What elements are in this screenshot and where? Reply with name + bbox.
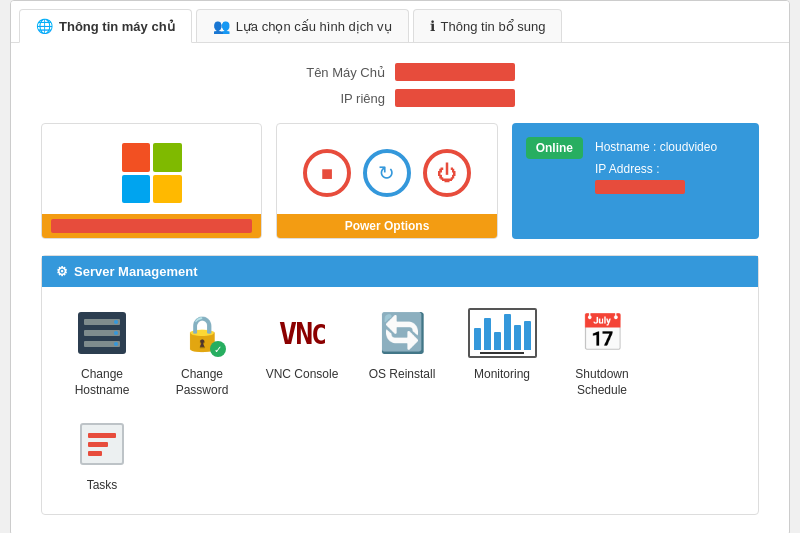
os-reinstall-label: OS Reinstall: [369, 367, 436, 383]
power-card-body: ■ ↻ ⏻: [277, 124, 496, 214]
win-green: [153, 143, 182, 172]
mgmt-item-tasks[interactable]: Tasks: [62, 418, 142, 494]
task-line-2: [88, 442, 108, 447]
tab-bar: 🌐 Thông tin máy chủ 👥 Lựa chọn cấu hình …: [11, 1, 789, 43]
stop-icon: ■: [321, 162, 333, 185]
tab-extra-info[interactable]: ℹ Thông tin bổ sung: [413, 9, 563, 42]
hostname-label: Tên Máy Chủ: [285, 65, 385, 80]
status-card: Online Hostname : cloudvideo IP Address …: [512, 123, 759, 239]
tasks-label: Tasks: [87, 478, 118, 494]
content-area: Tên Máy Chủ IP riêng: [11, 43, 789, 533]
status-ip-redacted: [595, 180, 685, 194]
reinstall-icon: 🔄: [379, 311, 426, 355]
hostname-value-redacted: [395, 63, 515, 81]
users-icon: 👥: [213, 18, 230, 34]
windows-logo: [122, 143, 182, 203]
win-blue: [122, 175, 151, 204]
bar-4: [504, 314, 511, 350]
shutdown-schedule-label: ShutdownSchedule: [575, 367, 628, 398]
status-hostname-label: Hostname :: [595, 140, 656, 154]
bar-3: [494, 332, 501, 350]
task-line-1: [88, 433, 116, 438]
vnc-console-icon: VNC: [276, 307, 328, 359]
tab-extra-info-label: Thông tin bổ sung: [441, 19, 546, 34]
ip-value-redacted: [395, 89, 515, 107]
bar-6: [524, 321, 531, 350]
os-card: [41, 123, 262, 239]
tab-server-info[interactable]: 🌐 Thông tin máy chủ: [19, 9, 192, 43]
ip-row: IP riêng: [41, 89, 759, 107]
restart-button[interactable]: ↻: [363, 149, 411, 197]
status-ip-row: IP Address :: [595, 159, 745, 202]
vnc-text: VNC: [279, 316, 325, 351]
tasks-icon-visual: [80, 423, 124, 465]
globe-icon: 🌐: [36, 18, 53, 34]
cards-row: ■ ↻ ⏻ Power Options Online: [41, 123, 759, 239]
monitoring-label: Monitoring: [474, 367, 530, 383]
mgmt-item-change-hostname[interactable]: ChangeHostname: [62, 307, 142, 398]
power-card: ■ ↻ ⏻ Power Options: [276, 123, 497, 239]
mgmt-item-vnc-console[interactable]: VNC VNC Console: [262, 307, 342, 398]
online-badge: Online: [526, 137, 583, 159]
win-yellow: [153, 175, 182, 204]
win-red: [122, 143, 151, 172]
task-line-3: [88, 451, 102, 456]
os-name-redacted: [51, 219, 252, 233]
bar-1: [474, 328, 481, 350]
server-management-header: ⚙ Server Management: [42, 256, 758, 287]
status-hostname-row: Hostname : cloudvideo: [595, 137, 745, 159]
ip-label: IP riêng: [285, 91, 385, 106]
os-card-body: [42, 124, 261, 214]
mgmt-item-change-password[interactable]: 🔒 ✓ ChangePassword: [162, 307, 242, 398]
change-hostname-icon: [76, 307, 128, 359]
power-card-footer: Power Options: [277, 214, 496, 238]
bar-2: [484, 318, 491, 350]
power-icon: ⏻: [437, 162, 457, 185]
change-password-label: ChangePassword: [176, 367, 229, 398]
tasks-icon: [76, 418, 128, 470]
tab-service-config-label: Lựa chọn cấu hình dịch vụ: [236, 19, 392, 34]
vnc-console-label: VNC Console: [266, 367, 339, 383]
server-icon: [78, 312, 126, 354]
stop-button[interactable]: ■: [303, 149, 351, 197]
tab-server-info-label: Thông tin máy chủ: [59, 19, 175, 34]
server-management-section: ⚙ Server Management ChangeHostname: [41, 255, 759, 515]
os-card-footer: [42, 214, 261, 238]
restart-icon: ↻: [378, 161, 395, 185]
mgmt-item-shutdown-schedule[interactable]: 📅 ShutdownSchedule: [562, 307, 642, 398]
info-icon: ℹ: [430, 18, 435, 34]
power-buttons: ■ ↻ ⏻: [303, 149, 471, 197]
mgmt-item-os-reinstall[interactable]: 🔄 OS Reinstall: [362, 307, 442, 398]
mgmt-item-monitoring[interactable]: Monitoring: [462, 307, 542, 398]
change-hostname-label: ChangeHostname: [75, 367, 130, 398]
shutdown-button[interactable]: ⏻: [423, 149, 471, 197]
status-info: Hostname : cloudvideo IP Address :: [595, 137, 745, 202]
check-badge: ✓: [210, 341, 226, 357]
hostname-row: Tên Máy Chủ: [41, 63, 759, 81]
change-password-icon: 🔒 ✓: [176, 307, 228, 359]
server-management-title: Server Management: [74, 264, 198, 279]
bar-chart: [474, 314, 531, 350]
chart-container: [468, 308, 537, 358]
gear-icon: ⚙: [56, 264, 68, 279]
calendar-icon: 📅: [580, 312, 625, 354]
bar-5: [514, 325, 521, 350]
os-reinstall-icon: 🔄: [376, 307, 428, 359]
server-management-body: ChangeHostname 🔒 ✓ ChangePassword VNC VN…: [42, 287, 758, 514]
monitoring-icon: [476, 307, 528, 359]
tab-service-config[interactable]: 👥 Lựa chọn cấu hình dịch vụ: [196, 9, 409, 42]
shutdown-schedule-icon: 📅: [576, 307, 628, 359]
main-container: 🌐 Thông tin máy chủ 👥 Lựa chọn cấu hình …: [10, 0, 790, 533]
chart-baseline: [480, 352, 524, 354]
status-ip-label: IP Address :: [595, 162, 659, 176]
status-hostname-value: cloudvideo: [660, 140, 717, 154]
